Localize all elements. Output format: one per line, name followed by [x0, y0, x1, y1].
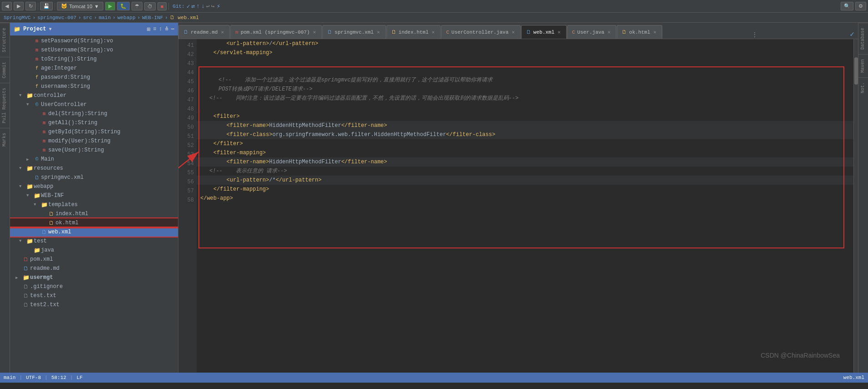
tab-readme-close[interactable]: ✕ — [220, 29, 225, 35]
tab-webxml-close[interactable]: ✕ — [557, 29, 562, 35]
top-toolbar: ◀ ▶ ↻ 💾 🐱 Tomcat 10 ▼ ▶ 🐛 ☂ ⏱ ■ Git: ✓ ⇄… — [0, 0, 868, 13]
toolbar-forward-btn[interactable]: ▶ — [14, 2, 24, 10]
tree-testtxt[interactable]: 🗋 test.txt — [10, 291, 178, 300]
readme-icon: 🗋 — [22, 265, 30, 272]
profile-button[interactable]: ⏱ — [144, 2, 156, 10]
tree-save[interactable]: m save(User):String — [10, 146, 178, 155]
left-tab-pull-requests[interactable]: Pull Requests — [0, 83, 10, 128]
status-bar: main | UTF-8 | 58:12 | LF web.xml — [0, 373, 868, 383]
stop-button[interactable]: ■ — [157, 2, 167, 10]
tab-user[interactable]: C User.java ✕ — [567, 25, 617, 39]
left-tab-structure[interactable]: Structure — [0, 23, 10, 57]
status-sep-3: | — [70, 375, 73, 380]
tree-test2txt[interactable]: 🗋 test2.txt — [10, 300, 178, 309]
coverage-button[interactable]: ☂ — [132, 2, 142, 10]
toolbar-back-btn[interactable]: ◀ — [2, 2, 12, 10]
breadcrumb-project[interactable]: springmvc-007 — [37, 15, 76, 20]
vertical-scrollbar[interactable] — [853, 39, 858, 373]
tree-main[interactable]: ▶ © Main — [10, 155, 178, 164]
tree-okhtml[interactable]: 🗋 ok.html — [10, 218, 178, 227]
tree-resources[interactable]: ▼ 📁 resources — [10, 164, 178, 173]
tab-user-close[interactable]: ✕ — [607, 29, 612, 35]
tomcat-dropdown-icon: ▼ — [94, 4, 99, 9]
toolbar-refresh-btn[interactable]: ↻ — [25, 2, 36, 10]
tree-templates[interactable]: ▼ 📁 templates — [10, 200, 178, 209]
breadcrumb-springmvc[interactable]: SpringMVC — [4, 15, 30, 20]
tree-age[interactable]: f age:Integer — [10, 64, 178, 73]
tab-okhtml[interactable]: 🗋 ok.html ✕ — [617, 25, 662, 39]
run-button[interactable]: ▶ — [105, 2, 115, 10]
tab-webxml[interactable]: 🗋 web.xml ✕ — [521, 25, 567, 39]
toolbar-save-btn[interactable]: 💾 — [40, 2, 53, 10]
main-layout: Structure Commit Pull Requests Marks 📁 P… — [0, 23, 868, 373]
tab-pom[interactable]: m pom.xml (springmvc-007) ✕ — [230, 25, 322, 39]
left-tab-commit[interactable]: Commit — [0, 57, 10, 83]
tab-user-icon: C — [572, 30, 575, 35]
breadcrumb-webapp[interactable]: webapp — [117, 15, 136, 20]
right-tab-notifications[interactable]: Not. — [858, 77, 868, 98]
tree-modify[interactable]: m modify(User):String — [10, 136, 178, 146]
line-numbers: 41 42 43 44 45 46 47 48 49 50 51 52 53 5… — [178, 39, 197, 373]
tree-usermgt[interactable]: ▶ 📁 usermgt — [10, 273, 178, 282]
tree-toString[interactable]: m toString():String — [10, 55, 178, 64]
tab-overflow-btn[interactable]: ⋮ — [749, 31, 761, 39]
tab-pom-icon: m — [235, 30, 239, 35]
editor-area: 🗋 readme.md ✕ m pom.xml (springmvc-007) … — [178, 23, 858, 373]
tomcat-run-config[interactable]: 🐱 Tomcat 10 ▼ — [57, 2, 103, 10]
project-header-icon-1[interactable]: ⊞ — [147, 26, 150, 33]
breadcrumb-main[interactable]: main — [99, 15, 111, 20]
debug-button[interactable]: 🐛 — [117, 2, 130, 10]
tree-springmvcxml[interactable]: 🗋 springmvc.xml — [10, 173, 178, 182]
breadcrumb-webinf[interactable]: WEB-INF — [142, 15, 163, 20]
tab-okhtml-close[interactable]: ✕ — [653, 29, 658, 35]
method-icon-save: m — [40, 148, 48, 153]
project-header-icon-4[interactable]: ≙ — [165, 26, 168, 33]
project-title: Project — [23, 26, 46, 32]
status-line-col: 58:12 — [51, 375, 66, 380]
tab-index-close[interactable]: ✕ — [431, 29, 436, 35]
breadcrumb-webxml[interactable]: 🗋 web.xml — [170, 15, 199, 20]
right-tab-maven[interactable]: Maven — [858, 54, 868, 77]
project-header-icon-3[interactable]: ↕ — [159, 26, 162, 33]
settings-btn[interactable]: ⚙ — [855, 2, 866, 10]
left-tab-marks[interactable]: Marks — [0, 128, 10, 151]
tab-readme[interactable]: 🗋 readme.md ✕ — [178, 25, 230, 39]
project-dropdown-icon[interactable]: ▼ — [49, 27, 51, 32]
tree-setUsername[interactable]: m setUsername(String):vo — [10, 45, 178, 55]
tree-usercontroller[interactable]: ▼ © UserController — [10, 100, 178, 109]
git-history-icon: ↩ — [206, 3, 210, 10]
tree-java[interactable]: 📁 java — [10, 246, 178, 255]
tree-password[interactable]: f password:String — [10, 73, 178, 82]
code-area[interactable]: <url-pattern>/</url-pattern> </servlet-m… — [197, 39, 853, 373]
project-header-icon-5[interactable]: — — [171, 26, 174, 33]
right-tab-database[interactable]: Database — [858, 23, 868, 54]
search-everywhere-btn[interactable]: 🔍 — [841, 2, 853, 10]
tree-gitignore[interactable]: 🗋 .gitignore — [10, 282, 178, 291]
breadcrumb-src[interactable]: src — [83, 15, 92, 20]
tree-setPassword[interactable]: m setPassword(String):vo — [10, 36, 178, 45]
tab-springmvc-close[interactable]: ✕ — [376, 29, 381, 35]
tree-getbyid[interactable]: m getById(String):String — [10, 127, 178, 136]
tree-pomxml[interactable]: 🗋 pom.xml — [10, 255, 178, 264]
tree-readmemd[interactable]: 🗋 readme.md — [10, 264, 178, 273]
tree-webxml[interactable]: 🗋 web.xml — [10, 227, 178, 237]
folder-icon-webapp: 📁 — [25, 183, 34, 190]
tree-indexhtml[interactable]: 🗋 index.html — [10, 209, 178, 218]
tree-del[interactable]: m del(String):String — [10, 109, 178, 118]
tab-index[interactable]: 🗋 index.html ✕ — [386, 25, 441, 39]
project-header-icon-2[interactable]: ≡ — [153, 26, 156, 33]
tree-username[interactable]: f username:String — [10, 82, 178, 91]
translate-icon: ⚡ — [217, 2, 220, 10]
tree-controller[interactable]: ▼ 📁 controller — [10, 91, 178, 100]
tab-pom-close[interactable]: ✕ — [312, 29, 317, 35]
tab-usercontroller-close[interactable]: ✕ — [511, 29, 516, 35]
tree-test[interactable]: ▼ 📁 test — [10, 237, 178, 246]
tab-springmvc[interactable]: 🗋 springmvc.xml ✕ — [322, 25, 386, 39]
code-line-55: <!-- 表示任意的 请求--> — [197, 167, 853, 176]
editor-check-indicator: ✓ — [846, 30, 858, 39]
tree-getall[interactable]: m getAll():String — [10, 118, 178, 127]
tree-webapp[interactable]: ▼ 📁 webapp — [10, 182, 178, 191]
pom-xml-icon: 🗋 — [22, 256, 30, 263]
tab-usercontroller[interactable]: C UserController.java ✕ — [441, 25, 521, 39]
tree-webinf[interactable]: ▼ 📁 WEB-INF — [10, 191, 178, 200]
